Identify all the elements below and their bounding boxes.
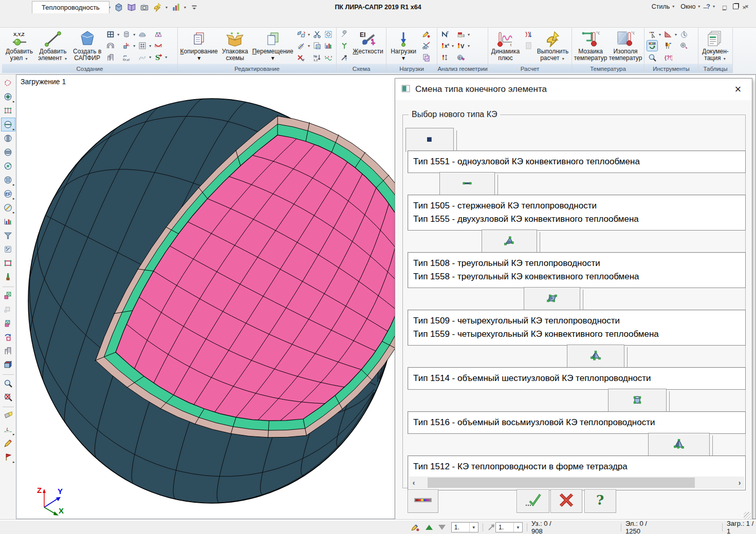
surface-icon[interactable] <box>137 52 147 63</box>
chart3d-icon[interactable] <box>323 41 334 51</box>
scroll-right-icon[interactable]: › <box>735 479 744 487</box>
dropdown-arrow-icon[interactable]: ▾ <box>451 44 455 48</box>
y-arrows-icon[interactable] <box>339 41 349 51</box>
mosaic-temp-button[interactable]: °CМозаикатемператур <box>574 29 607 64</box>
building-icon[interactable] <box>105 52 116 63</box>
sphere-select-icon[interactable]: ▸ <box>2 90 15 103</box>
flags-icon[interactable] <box>663 41 673 51</box>
paste-image-icon[interactable] <box>312 41 322 51</box>
scroll-left-icon[interactable]: ‹ <box>409 479 418 487</box>
film-icon[interactable] <box>679 41 689 51</box>
v-icon[interactable]: V <box>456 41 466 51</box>
mode-combo[interactable]: 1.▼ <box>495 522 523 532</box>
dropdown-arrow-icon[interactable]: ▾ <box>307 32 311 37</box>
cube-icon[interactable] <box>113 2 124 13</box>
select-frame-icon[interactable] <box>323 29 334 40</box>
dropdown-arrow-icon[interactable]: ▾ <box>132 44 136 48</box>
cylinder-icon[interactable] <box>121 29 132 40</box>
nt-icon[interactable]: T <box>440 29 450 40</box>
prev-up-icon[interactable] <box>425 524 432 531</box>
fe-type-item-4[interactable]: Тип 1514 - объемный шестиузловой КЭ тепл… <box>408 367 746 390</box>
dropdown-arrow-icon[interactable]: ▾ <box>674 32 678 37</box>
ef-circle-icon[interactable]: EF▸ <box>2 187 15 200</box>
frame-red-icon[interactable] <box>2 257 15 270</box>
menu-window[interactable]: Окно▾ <box>678 2 703 11</box>
copy-button[interactable]: Копирование▾ <box>179 29 218 64</box>
fe-type-tab-5[interactable] <box>608 389 667 413</box>
probe-cursor-icon[interactable] <box>647 29 657 40</box>
dropdown-arrow-icon[interactable]: ▾ <box>467 44 471 48</box>
hstripes-circle-icon[interactable] <box>2 146 15 159</box>
isofields-temp-button[interactable]: °CИзополятемператур <box>609 29 642 64</box>
modes-icon[interactable] <box>523 29 533 40</box>
fe-type-item-3[interactable]: Тип 1509 - четырехугольный КЭ теплопрово… <box>408 310 746 346</box>
help-button[interactable]: ? <box>584 489 616 513</box>
run-calc-button[interactable]: Выполнитьрасчет ▾ <box>536 29 570 64</box>
ellipse-select-icon[interactable]: ▸ <box>2 118 15 131</box>
dropdown-arrow-icon[interactable]: ▾ <box>658 32 662 37</box>
fe-type-item-5[interactable]: Тип 1516 - объемный восьмиузловой КЭ теп… <box>408 411 746 434</box>
dropdown-arrow-icon[interactable]: ▾ <box>116 32 120 37</box>
flashlight-icon[interactable] <box>2 409 15 422</box>
fe-type-tab-6[interactable] <box>648 433 710 457</box>
pencil-edit-icon[interactable] <box>2 437 15 450</box>
scrollbar-thumb[interactable] <box>428 478 695 488</box>
history-icon[interactable] <box>487 523 495 531</box>
fe-type-tab-3[interactable] <box>524 287 580 311</box>
stiffness-button[interactable]: EIЖесткости <box>352 29 384 64</box>
edit-loads-icon[interactable] <box>421 29 431 40</box>
net-circle-icon[interactable]: ▸ <box>2 174 15 186</box>
nodes-frame-icon[interactable] <box>2 104 15 117</box>
filter-icon[interactable] <box>2 229 15 242</box>
toolbar-options-icon[interactable] <box>189 2 200 13</box>
wrench-icon[interactable] <box>339 29 349 40</box>
flip-shapes-icon[interactable] <box>296 29 306 40</box>
ok-button[interactable] <box>517 489 549 513</box>
arch-icon[interactable] <box>105 41 116 51</box>
zoom-off-icon[interactable] <box>2 391 15 404</box>
fe-color-legend-button[interactable] <box>408 489 438 513</box>
rotate-frag-icon[interactable] <box>2 331 15 344</box>
documentation-button[interactable]: Докумен-тация ▾ <box>700 29 731 64</box>
dim-line-icon[interactable]: L▸ <box>2 423 15 436</box>
edit-mode-icon[interactable] <box>410 522 419 532</box>
x-axis-icon[interactable]: x° <box>440 41 450 51</box>
add-element-button[interactable]: Добавитьэлемент ▾ <box>36 29 70 64</box>
fe-type-tab-2[interactable] <box>482 230 537 254</box>
add-node-button[interactable]: X,Y,ZДобавитьузел ▾ <box>4 29 35 64</box>
dropdown-arrow-icon[interactable]: ▾ <box>148 55 152 60</box>
frag-back-icon[interactable] <box>2 317 15 330</box>
dropdown-arrow-icon[interactable]: ▾ <box>164 55 168 60</box>
move-button[interactable]: Перемещение▾ <box>251 29 294 64</box>
palette-rotate-icon[interactable] <box>647 41 657 51</box>
dropdown-arrow-icon[interactable]: ▾ <box>183 5 187 10</box>
mdi-minimize-button[interactable]: _ <box>719 2 729 11</box>
truss-icon[interactable] <box>153 29 163 40</box>
dropdown-arrow-icon[interactable]: ▾ <box>148 44 152 48</box>
rods-icon[interactable] <box>440 52 450 63</box>
stopwatch-icon[interactable] <box>679 29 689 40</box>
mdi-close-button[interactable]: × <box>742 2 752 11</box>
vstripes-circle-icon[interactable] <box>2 132 15 145</box>
cut-loads-icon[interactable] <box>421 41 431 51</box>
fe-type-item-6[interactable]: Тип 1512 - КЭ теплопроводности в форме т… <box>408 455 746 490</box>
mdi-restore-button[interactable] <box>730 2 741 11</box>
flip-view-icon[interactable] <box>2 243 15 256</box>
zoom-in-icon[interactable] <box>2 377 15 390</box>
delete-red-icon[interactable] <box>296 52 306 63</box>
dialog-title-bar[interactable]: Смена типа конечного элемента × <box>395 79 752 100</box>
lasso-icon[interactable] <box>2 77 15 89</box>
menu-style[interactable]: Стиль▾ <box>650 2 678 11</box>
cancel-button[interactable] <box>550 489 582 513</box>
fe-type-tab-1[interactable] <box>439 172 495 196</box>
fe-type-tab-4[interactable] <box>567 345 624 369</box>
mesh-dots-icon[interactable] <box>137 41 147 51</box>
loads-button[interactable]: Нагрузки▾ <box>388 29 419 64</box>
menu-help[interactable]: ?▾ <box>704 2 718 11</box>
target-icon[interactable] <box>2 160 15 173</box>
fe-type-item-0[interactable]: Тип 1551 - одноузловой КЭ конвективного … <box>408 150 746 173</box>
brackets-icon[interactable]: {?!} <box>663 52 673 63</box>
brush-icon[interactable] <box>2 271 15 283</box>
chart-icon[interactable] <box>170 2 181 13</box>
dropdown-arrow-icon[interactable]: ▾ <box>307 44 311 48</box>
